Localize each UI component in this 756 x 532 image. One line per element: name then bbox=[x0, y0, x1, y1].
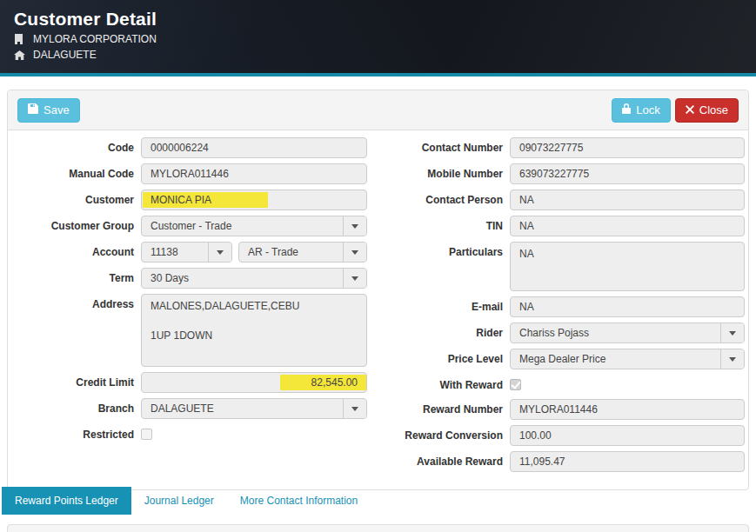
customer-row: Customer MONICA PIA bbox=[21, 190, 367, 210]
page-header: Customer Detail MYLORA CORPORATION DALAG… bbox=[0, 0, 756, 76]
rider-row: Rider Chariss Pojass bbox=[385, 323, 745, 343]
address-label: Address bbox=[21, 294, 134, 310]
account-code-select[interactable]: 11138 bbox=[141, 242, 232, 263]
address-row: Address MALONES,DALAGUETE,CEBU 1UP 1DOWN bbox=[21, 294, 367, 367]
credit-limit-row: Credit Limit 82,545.00 bbox=[21, 372, 367, 393]
tab-reward-points-ledger[interactable]: Reward Points Ledger bbox=[2, 487, 131, 515]
term-label: Term bbox=[21, 268, 134, 284]
padlock-icon bbox=[622, 103, 631, 117]
panel-toolbar: Save Lock Close bbox=[8, 90, 748, 130]
customer-label: Customer bbox=[21, 190, 134, 206]
reward-number-field[interactable]: MYLORA011446 bbox=[510, 399, 745, 420]
restricted-label: Restricted bbox=[21, 424, 134, 441]
code-row: Code 0000006224 bbox=[21, 137, 367, 158]
chevron-down-icon[interactable] bbox=[343, 216, 366, 236]
customer-detail-panel: Save Lock Close Code 0000006224 bbox=[7, 90, 749, 490]
x-icon bbox=[686, 103, 694, 117]
save-button[interactable]: Save bbox=[17, 98, 80, 123]
tab-journal-ledger[interactable]: Journal Ledger bbox=[131, 487, 227, 515]
company-name: MYLORA CORPORATION bbox=[33, 33, 157, 45]
building-icon bbox=[14, 34, 28, 44]
particulars-field[interactable]: NA bbox=[510, 242, 745, 291]
chevron-down-icon[interactable] bbox=[720, 323, 744, 342]
customer-group-select[interactable]: Customer - Trade bbox=[141, 216, 367, 236]
reward-conversion-label: Reward Conversion bbox=[385, 425, 503, 442]
customer-group-row: Customer Group Customer - Trade bbox=[21, 216, 367, 236]
reward-conversion-field[interactable]: 100.00 bbox=[510, 425, 745, 446]
tin-row: TIN NA bbox=[385, 216, 745, 236]
chevron-down-icon[interactable] bbox=[720, 349, 744, 369]
tin-label: TIN bbox=[385, 216, 503, 232]
form-left-column: Code 0000006224 Manual Code MYLORA011446… bbox=[21, 137, 367, 477]
available-reward-field[interactable]: 11,095.47 bbox=[510, 451, 745, 472]
term-row: Term 30 Days bbox=[21, 268, 367, 289]
code-field[interactable]: 0000006224 bbox=[141, 137, 367, 158]
chevron-down-icon[interactable] bbox=[343, 243, 366, 262]
chevron-down-icon[interactable] bbox=[343, 269, 366, 288]
customer-field[interactable]: MONICA PIA bbox=[141, 190, 367, 210]
reward-conversion-row: Reward Conversion 100.00 bbox=[385, 425, 745, 446]
available-reward-label: Available Reward bbox=[385, 451, 503, 468]
customer-form: Code 0000006224 Manual Code MYLORA011446… bbox=[8, 130, 748, 489]
floppy-disk-icon bbox=[28, 103, 38, 117]
close-button[interactable]: Close bbox=[675, 98, 739, 123]
restricted-checkbox[interactable] bbox=[141, 429, 152, 440]
email-field[interactable]: NA bbox=[510, 296, 745, 317]
rider-select[interactable]: Chariss Pojass bbox=[510, 323, 745, 343]
with-reward-checkbox[interactable] bbox=[510, 379, 521, 390]
particulars-label: Particulars bbox=[385, 242, 503, 258]
mobile-number-field[interactable]: 639073227775 bbox=[510, 163, 745, 184]
chevron-down-icon[interactable] bbox=[343, 399, 366, 418]
code-label: Code bbox=[21, 137, 134, 154]
restricted-row: Restricted bbox=[21, 424, 367, 443]
price-level-label: Price Level bbox=[385, 349, 503, 365]
chevron-down-icon[interactable] bbox=[208, 243, 231, 262]
location-name: DALAGUETE bbox=[33, 49, 97, 61]
manual-code-row: Manual Code MYLORA011446 bbox=[21, 163, 367, 184]
manual-code-field[interactable]: MYLORA011446 bbox=[141, 163, 367, 184]
email-label: E-mail bbox=[385, 296, 503, 313]
account-row: Account 11138 AR - Trade bbox=[21, 242, 367, 263]
available-reward-row: Available Reward 11,095.47 bbox=[385, 451, 745, 472]
close-button-label: Close bbox=[699, 103, 728, 117]
tab-content-panel-edge bbox=[7, 524, 749, 532]
mobile-number-label: Mobile Number bbox=[385, 163, 503, 180]
form-right-column: Contact Number 09073227775 Mobile Number… bbox=[385, 137, 745, 477]
lock-button-label: Lock bbox=[636, 103, 659, 117]
contact-person-label: Contact Person bbox=[385, 190, 503, 206]
location-row: DALAGUETE bbox=[14, 49, 742, 61]
company-row: MYLORA CORPORATION bbox=[14, 33, 742, 45]
contact-number-row: Contact Number 09073227775 bbox=[385, 137, 745, 158]
tab-more-contact-information[interactable]: More Contact Information bbox=[227, 487, 371, 515]
contact-person-row: Contact Person NA bbox=[385, 190, 745, 210]
branch-select[interactable]: DALAGUETE bbox=[141, 398, 367, 419]
with-reward-row: With Reward bbox=[385, 375, 745, 394]
contact-number-label: Contact Number bbox=[385, 137, 503, 154]
manual-code-label: Manual Code bbox=[21, 163, 134, 180]
page-title: Customer Detail bbox=[14, 9, 742, 30]
reward-number-label: Reward Number bbox=[385, 399, 503, 416]
price-level-select[interactable]: Mega Dealer Price bbox=[510, 349, 745, 369]
tin-field[interactable]: NA bbox=[510, 216, 745, 236]
credit-limit-label: Credit Limit bbox=[21, 372, 134, 389]
account-name-select[interactable]: AR - Trade bbox=[238, 242, 367, 263]
contact-person-field[interactable]: NA bbox=[510, 190, 745, 210]
contact-number-field[interactable]: 09073227775 bbox=[510, 137, 745, 158]
address-field[interactable]: MALONES,DALAGUETE,CEBU 1UP 1DOWN bbox=[141, 294, 367, 367]
rider-label: Rider bbox=[385, 323, 503, 339]
email-row: E-mail NA bbox=[385, 296, 745, 317]
branch-label: Branch bbox=[21, 398, 134, 415]
customer-group-label: Customer Group bbox=[21, 216, 134, 232]
lock-button[interactable]: Lock bbox=[612, 98, 670, 123]
credit-limit-field[interactable]: 82,545.00 bbox=[141, 372, 367, 393]
term-select[interactable]: 30 Days bbox=[141, 268, 367, 289]
branch-row: Branch DALAGUETE bbox=[21, 398, 367, 419]
detail-tabs: Reward Points Ledger Journal Ledger More… bbox=[2, 487, 371, 515]
with-reward-label: With Reward bbox=[385, 375, 503, 391]
home-icon bbox=[14, 50, 28, 60]
mobile-number-row: Mobile Number 639073227775 bbox=[385, 163, 745, 184]
price-level-row: Price Level Mega Dealer Price bbox=[385, 349, 745, 369]
reward-number-row: Reward Number MYLORA011446 bbox=[385, 399, 745, 420]
account-label: Account bbox=[21, 242, 134, 258]
save-button-label: Save bbox=[43, 103, 70, 117]
